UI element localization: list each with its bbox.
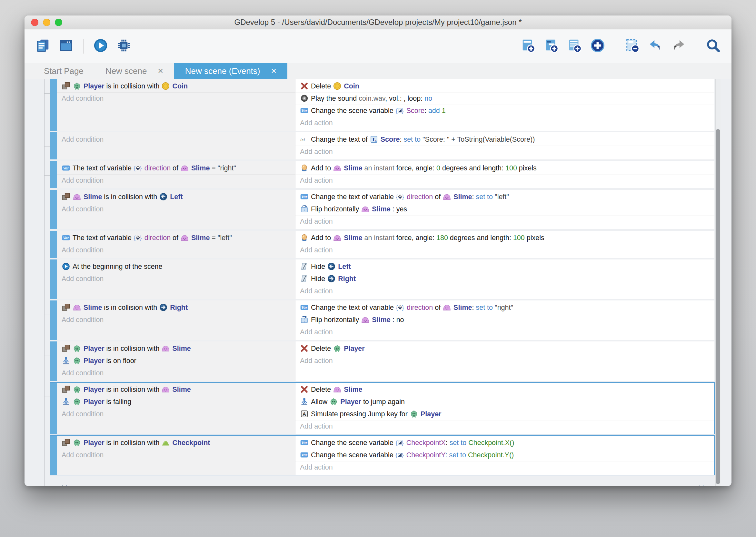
condition-row-text: direction (144, 234, 170, 242)
condition-row[interactable]: Player is in collision with Slime (57, 384, 295, 396)
action-row[interactable]: VarChange the scene variable {}Checkpoin… (295, 437, 714, 449)
condition-row-text: Slime (84, 304, 102, 311)
close-window-button[interactable] (31, 19, 38, 26)
undo-button[interactable] (647, 37, 664, 55)
svg-text:Var: Var (301, 194, 308, 199)
tab-bar: Start PageNew scene×New scene (Events)× (24, 63, 732, 79)
add-condition-button[interactable]: Add condition (57, 174, 295, 186)
add-more-button[interactable]: Add... (692, 484, 710, 486)
action-row[interactable]: Play the sound coin.wav, vol.: , loop: n… (295, 92, 714, 104)
add-action-button[interactable]: Add action (295, 174, 714, 186)
action-row-text: Change the scene variable (311, 451, 396, 459)
add-condition-button[interactable]: Add condition (57, 244, 295, 256)
tab-start-page[interactable]: Start Page (33, 63, 94, 79)
add-action-button[interactable]: Add action (295, 215, 714, 227)
force-icon (300, 233, 309, 242)
action-row-text: Add to (311, 234, 333, 242)
add-condition-button[interactable]: Add condition (57, 367, 295, 379)
event-drag-bar[interactable] (50, 231, 57, 258)
add-new-event-button[interactable]: Add a new event (55, 484, 107, 486)
add-condition-button[interactable]: Add condition (57, 408, 295, 420)
event-drag-bar[interactable] (50, 260, 57, 299)
event-drag-bar[interactable] (50, 161, 57, 188)
vertical-scrollbar-thumb[interactable] (716, 129, 720, 484)
minimize-window-button[interactable] (43, 19, 50, 26)
event-drag-bar[interactable] (50, 132, 57, 159)
action-row-text: Slime (453, 304, 472, 311)
action-row[interactable]: VarChange the text of variable {}directi… (295, 302, 714, 314)
condition-row[interactable]: Slime is in collision with Right (57, 302, 295, 314)
event-tree-tick (44, 245, 50, 245)
remove-event-button[interactable] (624, 37, 641, 55)
debug-button[interactable] (115, 37, 132, 55)
action-row[interactable]: txtChange the text of TxScore: set to "S… (295, 134, 714, 145)
action-row[interactable]: Delete Slime (295, 384, 714, 396)
var-icon: Var (300, 106, 309, 115)
add-action-button[interactable]: Add action (295, 420, 714, 433)
event-drag-bar[interactable] (50, 383, 57, 434)
condition-row[interactable]: Player is in collision with Slime (57, 343, 295, 355)
event-drag-bar[interactable] (50, 79, 57, 131)
event-drag-bar[interactable] (50, 190, 57, 229)
action-row[interactable]: Hide Right (295, 273, 714, 285)
add-event-button[interactable] (519, 37, 537, 55)
tab-new-scene[interactable]: New scene× (94, 63, 174, 79)
action-row[interactable]: Delete Player (295, 343, 714, 355)
condition-row[interactable]: Slime is in collision with Left (57, 191, 295, 203)
add-action-button[interactable]: Add action (295, 117, 714, 129)
redo-button[interactable] (670, 37, 687, 55)
add-action-button[interactable]: Add action (295, 244, 714, 256)
add-action-button[interactable]: Add action (295, 461, 714, 474)
add-condition-button[interactable]: Add condition (57, 92, 295, 104)
action-row[interactable]: Allow Player to jump again (295, 396, 714, 408)
action-row[interactable]: VarChange the scene variable {}Checkpoin… (295, 449, 714, 461)
add-circle-button[interactable] (589, 37, 606, 55)
condition-row[interactable]: VarThe text of variable {}direction of S… (57, 162, 295, 174)
zoom-window-button[interactable] (55, 19, 62, 26)
action-row[interactable]: Flip horizontally Slime : yes (295, 203, 714, 215)
condition-row[interactable]: VarThe text of variable {}direction of S… (57, 232, 295, 244)
event-drag-bar[interactable] (50, 342, 57, 381)
collision-icon (61, 385, 70, 394)
add-condition-button[interactable]: Add condition (57, 314, 295, 326)
action-row[interactable]: Delete Coin (295, 80, 714, 92)
event-drag-bar[interactable] (50, 436, 57, 475)
add-condition-button[interactable]: Add condition (57, 203, 295, 215)
conditions-column: Slime is in collision with LeftAdd condi… (57, 190, 295, 229)
add-condition-button[interactable]: Add condition (57, 134, 295, 145)
event-drag-bar[interactable] (50, 301, 57, 340)
add-sub-event-icon (544, 38, 559, 54)
action-row[interactable]: Add to Slime an instant force, angle: 18… (295, 232, 714, 244)
condition-row[interactable]: Player is in collision with Checkpoint (57, 437, 295, 449)
tab-close-icon[interactable]: × (271, 66, 277, 75)
scenevar-icon: {} (396, 450, 404, 459)
add-action-button[interactable]: Add action (295, 285, 714, 297)
action-row[interactable]: VarChange the scene variable {}Score: ad… (295, 104, 714, 117)
action-row[interactable]: VarChange the text of variable {}directi… (295, 191, 714, 203)
scene-editor-button[interactable] (57, 37, 75, 55)
add-action-button[interactable]: Add action (295, 145, 714, 158)
tab-new-scene-events[interactable]: New scene (Events)× (174, 63, 287, 79)
condition-row-text: of (170, 234, 180, 242)
search-button[interactable] (704, 37, 722, 55)
action-row[interactable]: Add to Slime an instant force, angle: 0 … (295, 162, 714, 174)
condition-row[interactable]: Player is on floor (57, 355, 295, 367)
condition-row[interactable]: At the beginning of the scene (57, 261, 295, 273)
action-row[interactable]: Hide Left (295, 261, 714, 273)
play-button[interactable] (92, 37, 109, 55)
add-action-button[interactable]: Add action (295, 355, 714, 367)
condition-row[interactable]: Player is falling (57, 396, 295, 408)
add-sub-event-button[interactable] (543, 37, 560, 55)
tab-label: New scene (105, 66, 147, 76)
add-condition-button[interactable]: Add condition (57, 449, 295, 461)
condition-row[interactable]: Player is in collision with Coin (57, 80, 295, 92)
action-row[interactable]: ASimulate pressing Jump key for Player (295, 408, 714, 420)
add-action-button[interactable]: Add action (295, 326, 714, 338)
add-condition-button[interactable]: Add condition (57, 273, 295, 285)
svg-text:}: } (402, 304, 404, 311)
tab-close-icon[interactable]: × (158, 66, 163, 75)
project-manager-button[interactable] (34, 37, 52, 55)
action-row[interactable]: Flip horizontally Slime : no (295, 314, 714, 326)
svg-text:}: } (140, 234, 142, 241)
add-comment-button[interactable] (566, 37, 583, 55)
